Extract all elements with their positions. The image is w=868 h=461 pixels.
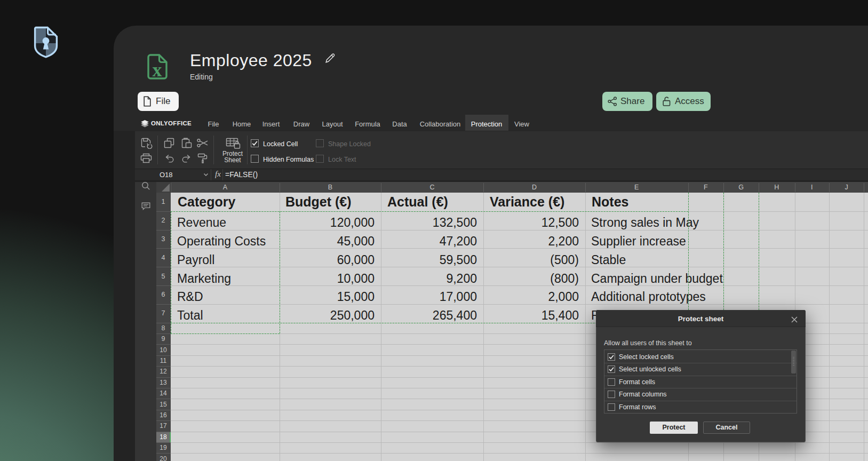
svg-text:x: x [153, 59, 162, 80]
